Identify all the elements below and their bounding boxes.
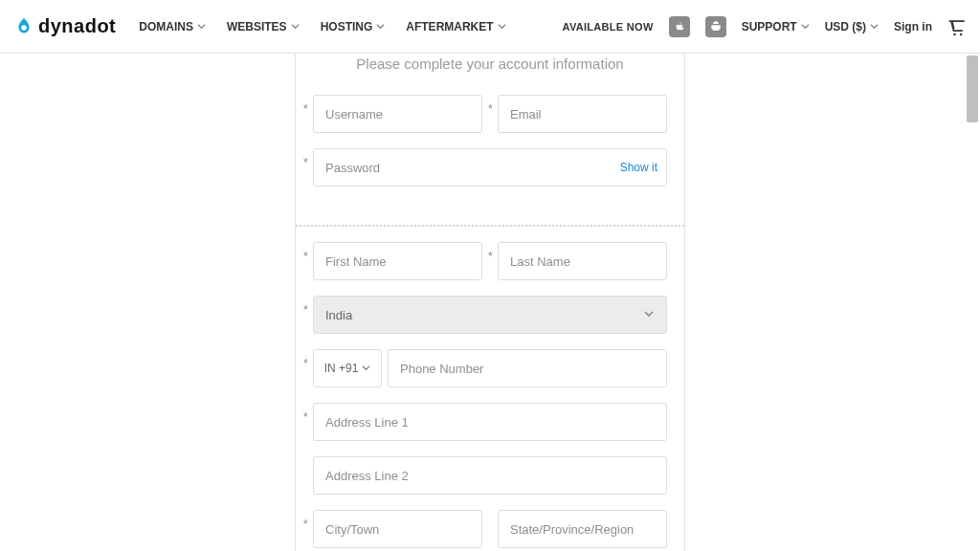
- scrollbar-thumb[interactable]: [967, 55, 978, 122]
- required-marker: *: [488, 102, 493, 116]
- currency-label: USD ($): [825, 20, 866, 33]
- country-select[interactable]: India: [313, 296, 667, 334]
- nav-websites-label: WEBSITES: [227, 20, 287, 33]
- chevron-down-icon: [870, 22, 879, 31]
- nav-aftermarket[interactable]: AFTERMARKET: [406, 20, 505, 33]
- nav-hosting-label: HOSTING: [321, 20, 373, 33]
- country-select-value: India: [325, 308, 352, 322]
- chevron-down-icon: [376, 22, 385, 31]
- nav-domains[interactable]: DOMAINS: [139, 20, 206, 33]
- sign-in-link[interactable]: Sign in: [894, 20, 932, 33]
- phone-input[interactable]: [388, 349, 667, 387]
- header-right: AVAILABLE NOW SUPPORT USD ($) Sign in: [562, 16, 967, 37]
- account-section: * * * Show it: [296, 95, 684, 215]
- contact-section: * * * India *: [296, 242, 684, 551]
- required-marker: *: [303, 303, 308, 317]
- last-name-input[interactable]: [498, 242, 667, 280]
- brand-logo[interactable]: dynadot: [13, 15, 116, 37]
- signup-card: Please complete your account information…: [295, 54, 685, 551]
- android-app-icon[interactable]: [705, 16, 726, 37]
- apple-app-icon[interactable]: [669, 16, 690, 37]
- currency-selector[interactable]: USD ($): [825, 20, 879, 33]
- phone-country-code[interactable]: IN +91: [313, 349, 382, 387]
- brand-text: dynadot: [38, 15, 116, 37]
- chevron-down-icon: [362, 362, 370, 375]
- username-input[interactable]: [313, 95, 482, 133]
- nav-support-label: SUPPORT: [742, 20, 797, 33]
- available-now-label: AVAILABLE NOW: [562, 21, 653, 33]
- city-input[interactable]: [313, 510, 482, 548]
- required-marker: *: [303, 410, 308, 424]
- email-input[interactable]: [498, 95, 667, 133]
- nav-hosting[interactable]: HOSTING: [321, 20, 386, 33]
- form-heading: Please complete your account information: [296, 54, 684, 95]
- phone-cc-label: IN +91: [324, 362, 359, 375]
- nav-websites[interactable]: WEBSITES: [227, 20, 300, 33]
- chevron-down-icon: [291, 22, 300, 31]
- chevron-down-icon: [801, 22, 810, 31]
- required-marker: *: [303, 357, 308, 370]
- required-marker: *: [303, 156, 308, 169]
- chevron-down-icon: [498, 22, 506, 31]
- required-marker: *: [488, 250, 493, 263]
- cart-icon[interactable]: [947, 17, 967, 36]
- address1-input[interactable]: [313, 403, 667, 441]
- first-name-input[interactable]: [313, 242, 482, 280]
- required-marker: *: [303, 250, 308, 263]
- nav-support[interactable]: SUPPORT: [742, 20, 810, 33]
- show-password-toggle[interactable]: Show it: [620, 161, 657, 174]
- required-marker: *: [303, 518, 308, 531]
- chevron-down-icon: [643, 308, 655, 322]
- scrollbar[interactable]: [967, 54, 978, 551]
- top-nav: dynadot DOMAINS WEBSITES HOSTING AFTERMA…: [0, 0, 980, 54]
- chevron-down-icon: [197, 22, 206, 31]
- flame-icon: [13, 16, 34, 37]
- primary-nav: DOMAINS WEBSITES HOSTING AFTERMARKET: [139, 20, 505, 33]
- password-input[interactable]: [313, 148, 667, 187]
- address2-input[interactable]: [313, 456, 667, 495]
- nav-aftermarket-label: AFTERMARKET: [406, 20, 493, 33]
- page-viewport: Please complete your account information…: [0, 54, 980, 551]
- required-marker: *: [303, 102, 308, 116]
- nav-domains-label: DOMAINS: [139, 20, 193, 33]
- state-input[interactable]: [498, 510, 667, 548]
- section-divider: [296, 225, 684, 227]
